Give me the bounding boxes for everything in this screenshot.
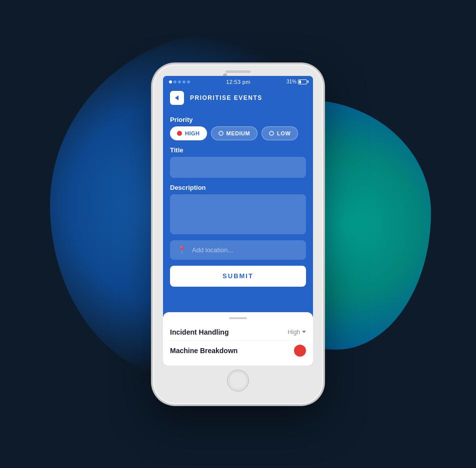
- bottom-panel: Incident Handling High Machine Breakdown: [163, 312, 313, 366]
- machine-status-dot: [294, 345, 306, 357]
- description-label: Description: [170, 184, 306, 191]
- phone-frame: 12:53 pm 31% PRIORITISE EVENTS: [153, 64, 323, 404]
- location-field[interactable]: 📍 Add location...: [170, 240, 306, 260]
- priority-low-button[interactable]: LOW: [262, 126, 298, 140]
- location-placeholder: Add location...: [192, 246, 233, 254]
- priority-label: Priority: [170, 116, 306, 123]
- priority-section: Priority HIGH MEDIUM: [170, 116, 306, 140]
- phone-screen: 12:53 pm 31% PRIORITISE EVENTS: [163, 76, 313, 366]
- app-header: PRIORITISE EVENTS: [163, 87, 313, 110]
- priority-group: HIGH MEDIUM LOW: [170, 126, 306, 140]
- priority-low-label: LOW: [277, 130, 290, 136]
- form-area: Priority HIGH MEDIUM: [163, 110, 313, 312]
- description-input[interactable]: [170, 194, 306, 234]
- back-chevron-icon: [175, 95, 178, 100]
- status-bar: 12:53 pm 31%: [163, 76, 313, 87]
- battery-percent: 31%: [286, 79, 296, 84]
- priority-high-dot: [177, 131, 182, 136]
- priority-medium-dot: [218, 131, 224, 136]
- submit-button[interactable]: SUBMIT: [170, 266, 306, 287]
- home-button-inner: [229, 372, 247, 390]
- priority-low-dot: [269, 131, 274, 136]
- battery-fill: [299, 80, 301, 83]
- signal-dot-2: [174, 80, 176, 83]
- signal-dot-4: [182, 80, 186, 83]
- machine-name: Machine Breakdown: [170, 347, 238, 355]
- priority-high-button[interactable]: HIGH: [170, 126, 207, 140]
- page-title: PRIORITISE EVENTS: [190, 94, 262, 101]
- status-time: 12:53 pm: [226, 79, 250, 85]
- back-button[interactable]: [170, 91, 184, 105]
- chevron-down-icon: [302, 331, 306, 333]
- phone-speaker: [226, 70, 250, 73]
- signal-dot-1: [169, 80, 172, 83]
- title-input[interactable]: [170, 157, 306, 178]
- description-section: Description: [170, 184, 306, 234]
- incident-priority-value: High: [288, 329, 300, 336]
- title-section: Title: [170, 146, 306, 178]
- phone-mockup: 12:53 pm 31% PRIORITISE EVENTS: [153, 64, 323, 404]
- incident-row[interactable]: Incident Handling High: [170, 324, 306, 341]
- home-button[interactable]: [227, 370, 249, 392]
- signal-dot-5: [187, 80, 190, 83]
- priority-high-label: HIGH: [185, 130, 200, 136]
- incident-name: Incident Handling: [170, 328, 228, 336]
- panel-handle: [229, 317, 247, 319]
- signal-dot-3: [178, 80, 181, 83]
- status-battery: 31%: [286, 79, 307, 84]
- title-label: Title: [170, 146, 306, 154]
- signal-dots: [169, 80, 190, 83]
- machine-row[interactable]: Machine Breakdown: [170, 341, 306, 361]
- location-icon: 📍: [177, 245, 187, 255]
- battery-icon: [298, 79, 307, 84]
- app-content: PRIORITISE EVENTS Priority HIGH: [163, 87, 313, 366]
- incident-priority: High: [288, 329, 306, 336]
- priority-medium-button[interactable]: MEDIUM: [211, 126, 258, 140]
- priority-medium-label: MEDIUM: [226, 130, 250, 136]
